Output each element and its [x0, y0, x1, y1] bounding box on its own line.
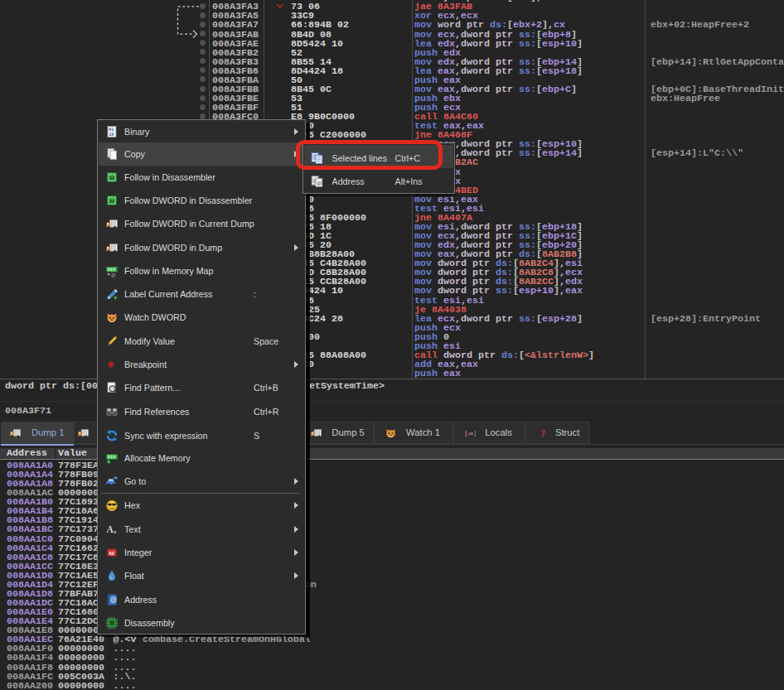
svg-text:@: @ — [111, 272, 116, 277]
svg-text:z: z — [114, 528, 116, 535]
svg-text:=]: =] — [470, 430, 476, 437]
svg-text:@: @ — [317, 181, 322, 186]
svg-text:10: 10 — [109, 131, 114, 136]
svg-text:A: A — [107, 524, 114, 534]
svg-text:32: 32 — [109, 176, 115, 181]
svg-text:?: ? — [540, 427, 545, 439]
svg-text:@: @ — [109, 596, 117, 604]
svg-text:32: 32 — [109, 199, 115, 204]
svg-text:42: 42 — [109, 550, 114, 556]
